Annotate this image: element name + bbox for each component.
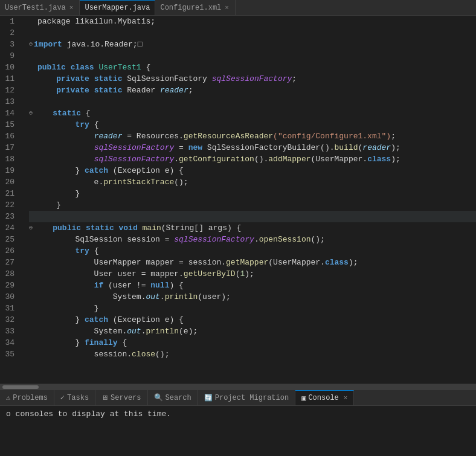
token: (Exception e) { — [108, 165, 184, 176]
token: ); — [391, 153, 400, 165]
editor-tab-bar: UserTest1.java × UserMapper.java Configu… — [0, 0, 476, 16]
token: UserMapper mapper = session. — [37, 257, 226, 268]
token — [138, 222, 143, 234]
line-number-28: 28 — [5, 268, 19, 280]
line-number-27: 27 — [5, 257, 19, 268]
code-line-13 — [29, 96, 476, 108]
code-line-21: } — [29, 188, 476, 199]
code-line-3: ⊖import java.io.Reader;□ — [29, 39, 476, 50]
token: { — [81, 108, 91, 119]
tab-usermapper-label: UserMapper.java — [85, 4, 150, 12]
servers-icon: 🖥 — [101, 394, 108, 402]
token: class — [367, 153, 391, 165]
editor-area: 1239101112131415161718192021222324252627… — [0, 16, 476, 390]
line-number-34: 34 — [5, 337, 19, 348]
bottom-tab-servers[interactable]: 🖥 Servers — [95, 390, 147, 405]
token: getConfiguration — [179, 153, 254, 165]
line-number-23: 23 — [5, 211, 19, 222]
token: SqlSessionFactory — [122, 73, 211, 85]
token: ) { — [169, 280, 183, 291]
fold-icon-3[interactable]: ⊖ — [29, 39, 33, 50]
token: build — [335, 142, 358, 153]
token: System. — [37, 326, 127, 337]
token: = — [174, 142, 188, 153]
code-line-24: ⊖ public static void main(String[] args)… — [29, 222, 476, 234]
token: } — [37, 303, 98, 314]
token: e. — [37, 176, 103, 188]
bottom-tab-problems[interactable]: ⚠ Problems — [0, 390, 54, 405]
token: ); — [245, 268, 254, 280]
token: (user != — [103, 280, 150, 291]
token — [37, 73, 56, 85]
line-number-19: 19 — [5, 165, 19, 176]
problems-icon: ⚠ — [6, 393, 10, 402]
token: if — [94, 280, 104, 291]
token: ); — [391, 142, 400, 153]
console-content: o consoles to display at this time. — [0, 406, 476, 456]
line-number-9: 9 — [5, 50, 19, 62]
token: out — [127, 326, 141, 337]
tab-usertest1[interactable]: UserTest1.java × — [0, 0, 80, 15]
horizontal-scrollbar[interactable] — [0, 384, 476, 390]
line-number-21: 21 — [5, 188, 19, 199]
code-line-30: System.out.println(user); — [29, 291, 476, 303]
token: class — [325, 257, 349, 268]
line-number-18: 18 — [5, 153, 19, 165]
code-line-32: } catch (Exception e) { — [29, 314, 476, 326]
line-number-20: 20 — [5, 176, 19, 188]
code-content[interactable]: package likailun.Mybatis;⊖import java.io… — [24, 16, 476, 384]
line-number-13: 13 — [5, 96, 19, 108]
code-line-31: } — [29, 303, 476, 314]
line-number-15: 15 — [5, 119, 19, 130]
fold-icon-14[interactable]: ⊖ — [29, 108, 33, 119]
token — [81, 222, 86, 234]
token: static — [94, 73, 123, 85]
token: { — [89, 245, 99, 257]
code-line-18: sqlSessionFactory.getConfiguration().add… — [29, 153, 476, 165]
token: getUserByID — [184, 268, 236, 280]
code-line-12: private static Reader reader; — [29, 85, 476, 96]
token — [37, 130, 94, 142]
fold-icon-24[interactable]: ⊖ — [29, 222, 33, 234]
line-number-22: 22 — [5, 199, 19, 211]
line-number-25: 25 — [5, 234, 19, 245]
bottom-tab-console[interactable]: ▣ Console × — [295, 390, 354, 405]
line-number-29: 29 — [5, 280, 19, 291]
code-container: 1239101112131415161718192021222324252627… — [0, 16, 476, 384]
line-numbers: 1239101112131415161718192021222324252627… — [0, 16, 24, 384]
token: main — [143, 222, 161, 234]
code-line-1: package likailun.Mybatis; — [29, 16, 476, 27]
token: System. — [37, 291, 146, 303]
console-close[interactable]: × — [344, 394, 348, 402]
bottom-tab-search[interactable]: 🔍 Search — [148, 390, 198, 405]
token: openSession — [259, 234, 311, 245]
token: (). — [254, 153, 268, 165]
token: close — [132, 348, 155, 360]
token: ; — [292, 73, 297, 85]
bottom-tab-migration[interactable]: 🔄 Project Migration — [198, 390, 295, 405]
console-message: o consoles to display at this time. — [6, 409, 171, 419]
token: public — [37, 62, 66, 73]
line-number-10: 10 — [5, 62, 19, 73]
line-number-24: 24 — [5, 222, 19, 234]
bottom-tab-servers-label: Servers — [111, 394, 141, 402]
token — [66, 62, 71, 73]
token — [37, 142, 94, 153]
token: { — [89, 119, 99, 130]
tab-usertest1-close[interactable]: × — [68, 4, 75, 11]
token: reader — [362, 142, 391, 153]
line-number-31: 31 — [5, 303, 19, 314]
token: . — [141, 326, 146, 337]
tab-configure1-close[interactable]: × — [224, 4, 230, 11]
code-line-35: session.close(); — [29, 348, 476, 360]
token: } — [37, 165, 85, 176]
bottom-tab-tasks[interactable]: ✓ Tasks — [54, 390, 95, 405]
tab-configure1[interactable]: Configure1.xml × — [155, 0, 235, 15]
token: ; — [391, 130, 396, 142]
token: } — [37, 337, 85, 348]
line-number-26: 26 — [5, 245, 19, 257]
tab-usermapper[interactable]: UserMapper.java — [80, 0, 155, 15]
token: getMapper — [226, 257, 268, 268]
token: □ — [138, 39, 143, 50]
line-number-16: 16 — [5, 130, 19, 142]
